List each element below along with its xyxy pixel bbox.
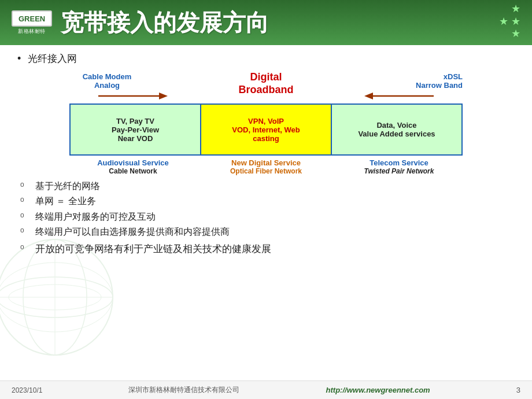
star-icon: ★: [511, 3, 520, 16]
service-boxes: TV, Pay TV Pay-Per-View Near VOD VPN, Vo…: [69, 104, 463, 156]
list-item: o 终端用户对服务的可控及互动: [20, 210, 515, 223]
logo: GREEN 新格林耐特: [12, 10, 52, 35]
footer-page: 3: [516, 386, 520, 394]
circle-bullet-icon: o: [20, 180, 28, 189]
svg-marker-8: [159, 93, 168, 99]
circle-bullet-icon: o: [20, 243, 28, 251]
star-icon: ★: [511, 28, 520, 40]
bullet-text-1: 基于光纤的网络: [35, 180, 100, 193]
right-arrow-icon: [364, 91, 434, 101]
header: GREEN 新格林耐特 宽带接入的发展方向 ★ ★ ★ ★: [0, 0, 532, 45]
audiovisual-box-text: TV, Pay TV Pay-Per-View Near VOD: [112, 117, 159, 143]
content-inner: • 光纤接入网 Cable Modem Analog Digital Broad…: [17, 52, 515, 256]
bullet-list: o 基于光纤的网络 o 单网 ＝ 全业务 o 终端用户对服务的可控及互动 o 终…: [17, 180, 515, 256]
bullet-text-4: 终端用户可以自由选择服务提供商和内容提供商: [35, 226, 230, 238]
digital-box-text: VPN, VoIP VOD, Internet, Web casting: [232, 117, 300, 143]
logo-text: GREEN: [16, 14, 47, 24]
narrow-band-label: Narrow Band: [393, 81, 463, 90]
circle-bullet-icon: o: [20, 211, 28, 219]
list-item: o 基于光纤的网络: [20, 180, 515, 193]
telecom-box: Data, Voice Value Added services: [332, 105, 461, 154]
footer-company: 深圳市新格林耐特通信技术有限公司: [128, 385, 239, 395]
audiovisual-service-label: Audiovisual Service: [97, 158, 169, 167]
bullet-text-2: 单网 ＝ 全业务: [35, 195, 96, 208]
bullet-icon: •: [17, 53, 21, 65]
bullet-text-3: 终端用户对服务的可控及互动: [35, 210, 156, 223]
footer-url: http://www.newgreennet.com: [326, 386, 430, 394]
svg-marker-10: [364, 93, 373, 99]
optical-fiber-label: Optical Fiber Network: [230, 167, 302, 175]
left-arrow-icon: [98, 91, 168, 101]
diagram-bottom-labels: Audiovisual Service Cable Network New Di…: [69, 158, 463, 175]
circle-bullet-icon: o: [20, 195, 28, 204]
telecom-box-text: Data, Voice Value Added services: [358, 121, 435, 138]
new-digital-service-label: New Digital Service: [231, 158, 301, 167]
audiovisual-box: TV, Pay TV Pay-Per-View Near VOD: [71, 105, 201, 154]
telecom-service-label: Telecom Service: [370, 158, 428, 167]
footer: 2023/10/1 深圳市新格林耐特通信技术有限公司 http://www.ne…: [0, 380, 532, 399]
list-item: o 单网 ＝ 全业务: [20, 195, 515, 208]
bottom-center-group: New Digital Service Optical Fiber Networ…: [202, 158, 330, 175]
digital-broadband-label: Digital Broadband: [238, 71, 293, 96]
diagram-top-labels: Cable Modem Analog Digital Broadband xDS…: [69, 72, 463, 90]
cable-modem-label: Cable Modem: [72, 72, 142, 81]
first-bullet-text: 光纤接入网: [28, 52, 77, 65]
main-bullet: • 光纤接入网: [17, 52, 515, 65]
list-item: o 终端用户可以自由选择服务提供商和内容提供商: [20, 226, 515, 238]
page-title: 宽带接入的发展方向: [61, 7, 269, 39]
logo-sub: 新格林耐特: [18, 28, 46, 35]
bottom-right-group: Telecom Service Twisted Pair Network: [335, 158, 463, 175]
circle-bullet-icon: o: [20, 226, 28, 234]
bullet-text-5: 开放的可竞争网络有利于产业链及相关技术的健康发展: [35, 242, 271, 256]
xdsl-label: xDSL: [393, 72, 463, 81]
list-item: o 开放的可竞争网络有利于产业链及相关技术的健康发展: [20, 242, 515, 256]
bottom-left-group: Audiovisual Service Cable Network: [69, 158, 197, 175]
diagram: Cable Modem Analog Digital Broadband xDS…: [17, 72, 515, 175]
star-icon: ★ ★: [499, 16, 520, 28]
digital-box: VPN, VoIP VOD, Internet, Web casting: [201, 105, 332, 154]
footer-date: 2023/10/1: [12, 386, 42, 394]
decorative-stars: ★ ★ ★ ★: [499, 3, 520, 40]
main-content: • 光纤接入网 Cable Modem Analog Digital Broad…: [0, 45, 532, 380]
twisted-pair-label: Twisted Pair Network: [364, 167, 434, 175]
cable-network-label: Cable Network: [109, 167, 157, 175]
analog-label: Analog: [72, 81, 142, 90]
